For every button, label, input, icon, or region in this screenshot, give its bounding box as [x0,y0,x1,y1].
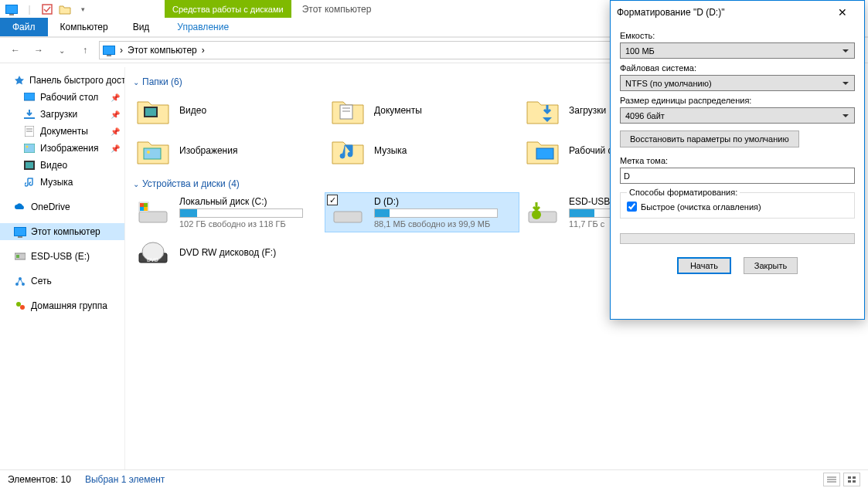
svg-rect-43 [853,480,856,483]
breadcrumb-sep: › [120,45,123,56]
qat-dropdown-icon[interactable]: ▾ [74,1,91,18]
svg-rect-19 [340,105,352,119]
format-options-legend: Способы форматирования: [627,188,740,197]
close-button[interactable]: Закрыть [744,257,798,274]
nav-back-icon[interactable]: ← [6,41,25,59]
nav-onedrive[interactable]: OneDrive [0,198,124,215]
tab-computer[interactable]: Компьютер [48,18,121,36]
nav-pictures[interactable]: Изображения 📌 [0,140,124,157]
volume-label-input[interactable] [620,168,855,184]
status-bar: Элементов: 10 Выбран 1 элемент [0,469,868,488]
nav-videos[interactable]: Видео [0,157,124,174]
filesystem-label: Файловая система: [620,63,855,73]
filesystem-select[interactable]: NTFS (по умолчанию) [620,75,855,91]
restore-defaults-button[interactable]: Восстановить параметры по умолчанию [620,130,799,147]
tab-file[interactable]: Файл [0,18,48,36]
music-icon [23,176,36,188]
navigation-pane: Панель быстрого доступа Рабочий стол 📌 З… [0,67,125,469]
breadcrumb-this-pc[interactable]: Этот компьютер [128,45,197,56]
chevron-down-icon: ⌄ [133,78,139,86]
folder-music[interactable]: Музыка [325,130,519,171]
nav-documents[interactable]: Документы 📌 [0,123,124,140]
homegroup-icon [14,300,26,312]
download-icon [23,108,36,120]
drive-label: Локальный диск (C:) [179,196,303,207]
svg-rect-42 [848,480,851,483]
nav-label: Домашняя группа [31,300,107,311]
network-icon [14,275,26,287]
start-button[interactable]: Начать [677,257,731,274]
pc-icon [14,225,26,238]
nav-label: Видео [40,160,67,171]
format-dialog: Форматирование "D (D:)" ✕ Емкость: 100 М… [610,0,865,320]
svg-rect-24 [536,148,553,159]
svg-rect-0 [43,5,52,14]
svg-text:DVD: DVD [147,257,158,263]
nav-downloads[interactable]: Загрузки 📌 [0,106,124,123]
nav-up-icon[interactable]: ↑ [76,41,94,59]
nav-label: Панель быстрого доступа [29,75,125,86]
nav-homegroup[interactable]: Домашняя группа [0,297,124,314]
close-icon[interactable]: ✕ [827,2,858,23]
drive-icon [524,196,561,229]
folder-videos[interactable]: Видео [130,90,325,130]
drive-icon [134,196,172,229]
view-large-icon[interactable] [843,473,860,486]
qat-properties-icon[interactable] [39,1,56,18]
checkbox-icon[interactable]: ✓ [327,195,338,205]
status-count: Элементов: 10 [8,474,71,485]
drive-c[interactable]: Локальный диск (C:) 102 ГБ свободно из 1… [130,192,325,232]
drive-d[interactable]: ✓ D (D:) 88,1 МБ свободно из 99,9 МБ [325,192,519,232]
drive-sublabel: 102 ГБ свободно из 118 ГБ [179,219,303,229]
qat-system-icon[interactable] [3,1,20,18]
svg-rect-31 [334,212,362,222]
nav-label: Документы [40,126,88,137]
nav-label: Рабочий стол [40,92,98,103]
nav-quick-access[interactable]: Панель быстрого доступа [0,72,124,89]
tab-view[interactable]: Вид [121,18,162,36]
svg-rect-27 [140,203,144,207]
chevron-down-icon: ⌄ [133,180,139,188]
quick-format-label: Быстрое (очистка оглавления) [641,202,761,212]
folder-label: Документы [374,105,422,116]
svg-rect-22 [144,148,161,159]
dvd-icon: DVD [134,236,172,269]
nav-label: OneDrive [31,202,70,212]
group-label: Папки (6) [142,76,182,87]
quick-format-checkbox[interactable]: Быстрое (очистка оглавления) [627,202,848,212]
folder-label: Загрузки [569,105,606,116]
folder-pictures[interactable]: Изображения [130,130,325,171]
quick-format-check[interactable] [627,202,637,212]
svg-point-23 [147,151,150,154]
capacity-value: 100 МБ [625,46,655,56]
svg-point-15 [16,302,21,307]
capacity-select[interactable]: 100 МБ [620,42,855,59]
allocation-value: 4096 байт [625,111,665,120]
svg-rect-2 [24,117,35,119]
drive-f[interactable]: DVD DVD RW дисковод (F:) [130,232,519,273]
tab-manage[interactable]: Управление [165,18,241,36]
drive-capacity-bar [179,208,303,218]
svg-rect-18 [145,108,156,116]
nav-label: Загрузки [40,109,77,120]
volume-label-label: Метка тома: [620,156,855,165]
nav-network[interactable]: Сеть [0,273,124,290]
nav-forward-icon[interactable]: → [29,41,48,59]
allocation-select[interactable]: 4096 байт [620,107,855,124]
document-icon [23,125,36,137]
svg-rect-30 [144,207,148,211]
qat-new-folder-icon[interactable] [56,1,73,18]
nav-desktop[interactable]: Рабочий стол 📌 [0,89,124,106]
nav-esd-usb[interactable]: ESD-USB (E:) [0,248,124,265]
star-icon [14,74,25,86]
format-options-group: Способы форматирования: Быстрое (очистка… [620,188,855,219]
svg-rect-6 [24,144,35,153]
folder-documents[interactable]: Документы [325,90,519,130]
nav-this-pc[interactable]: Этот компьютер [0,223,124,240]
svg-point-33 [532,210,541,219]
nav-recent-icon[interactable]: ⌄ [53,41,71,59]
nav-music[interactable]: Музыка [0,174,124,191]
view-details-icon[interactable] [823,473,840,486]
nav-label: Музыка [40,177,73,188]
allocation-label: Размер единицы распределения: [620,96,855,105]
